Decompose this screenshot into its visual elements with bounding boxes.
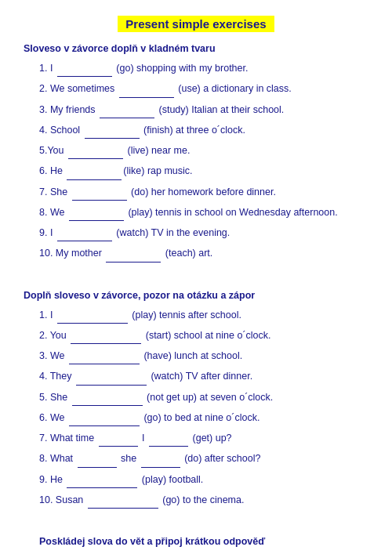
s2-q7-blank1[interactable] [99,436,138,447]
s1-q1: 1. I (go) shopping with my brother. [39,60,368,77]
s2-q2-blank[interactable] [71,333,141,344]
s2-q9: 9. He (play) football. [39,472,368,488]
section1-questions: 1. I (go) shopping with my brother. 2. W… [24,60,368,263]
s2-q1-blank[interactable] [57,313,128,324]
s1-q8: 8. We (play) tennis in school on Wednesd… [39,205,368,221]
s1-q6-blank[interactable] [67,169,122,180]
s2-q6-blank[interactable] [69,415,140,426]
s2-q6: 6. We (go) to bed at nine o´clock. [39,410,368,426]
s1-q5-blank[interactable] [68,148,123,159]
s1-q10: 10. My mother (teach) art. [39,245,368,262]
s1-q4: 4. School (finish) at three o´clock. [39,122,368,139]
s2-q5-blank[interactable] [72,395,143,406]
s1-q4-blank[interactable] [85,128,140,139]
s1-q5: 5.You (live) near me. [39,143,368,159]
s2-q2: 2. You (start) school at nine o´clock. [39,328,368,344]
s2-q8: 8. What she (do) after school? [39,451,368,467]
s1-q9: 9. I (watch) TV in the evening. [39,225,368,241]
section1: Sloveso v závorce doplň v kladném tvaru … [24,43,368,263]
s2-q3-blank[interactable] [69,353,140,364]
s1-q1-blank[interactable] [57,66,112,77]
s1-q9-blank[interactable] [57,230,112,241]
s1-q8-blank[interactable] [69,210,124,221]
s2-q10-blank[interactable] [88,498,158,509]
s2-q10: 10. Susan (go) to the cinema. [39,492,368,509]
section3: Poskládej slova do vět a připoj krátkou … [24,536,368,554]
s2-q1: 1. I (play) tennis after school. [39,307,368,324]
s2-q8-blank2[interactable] [141,457,180,468]
section2: Doplň sloveso v závorce, pozor na otázku… [24,290,368,509]
s1-q2: 2. We sometimes (use) a dictionary in cl… [39,81,368,97]
page-title: Present simple exercises [118,16,274,32]
section2-questions: 1. I (play) tennis after school. 2. You … [24,307,368,509]
s1-q3-blank[interactable] [100,107,154,118]
s1-q2-blank[interactable] [119,87,174,98]
s2-q5: 5. She (not get up) at seven o´clock. [39,389,368,406]
section3-title: Poskládej slova do vět a připoj krátkou … [39,536,368,547]
section2-title: Doplň sloveso v závorce, pozor na otázku… [24,290,368,301]
section1-title: Sloveso v závorce doplň v kladném tvaru [24,43,368,54]
s1-q7-blank[interactable] [72,190,127,201]
s1-q3: 3. My friends (study) Italian at their s… [39,102,368,118]
s2-q4: 4. They (watch) TV after dinner. [39,368,368,385]
s1-q6: 6. He (like) rap music. [39,163,368,179]
s2-q4-blank[interactable] [76,375,147,386]
s1-q10-blank[interactable] [106,252,161,263]
s1-q1-num: 1. I [39,63,56,74]
s2-q9-blank[interactable] [67,477,137,488]
s1-q7: 7. She (do) her homework before dinner. [39,184,368,201]
s2-q3: 3. We (have) lunch at school. [39,348,368,364]
s2-q7-blank2[interactable] [149,436,188,447]
title-wrap: Present simple exercises [24,16,368,32]
s2-q8-blank1[interactable] [78,457,117,468]
s2-q7: 7. What time I (get) up? [39,430,368,447]
